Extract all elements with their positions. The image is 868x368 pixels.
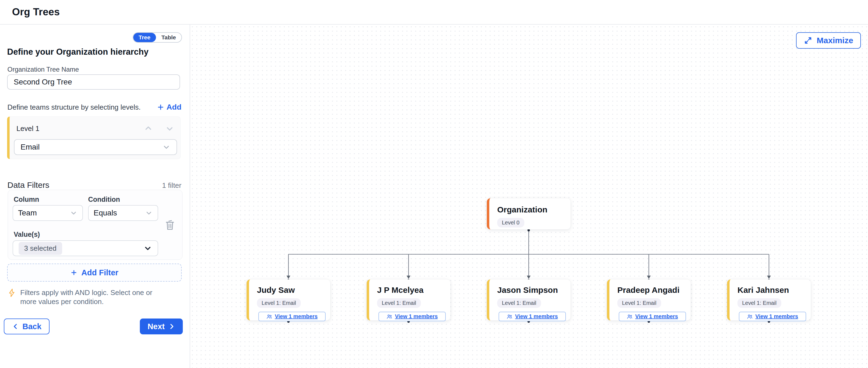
add-level-button[interactable]: Add [157,103,181,111]
tree-name-label: Organization Tree Name [7,66,79,73]
level-title: Level 1 [17,124,39,133]
view-members-label: View 1 members [755,313,798,320]
node-level-badge: Level 1: Email [617,298,661,308]
view-members-label: View 1 members [275,313,317,320]
users-icon [506,314,513,319]
next-button[interactable]: Next [140,319,183,334]
org-node-child[interactable]: Jason Simpson Level 1: Email View 1 memb… [487,279,570,321]
node-level-badge: Level 1: Email [377,298,421,308]
filter-logic-text: Filters apply with AND logic. Select one… [20,288,168,306]
page-header: Org Trees [0,0,868,25]
values-multiselect[interactable]: 3 selected [12,240,158,256]
view-members-button[interactable]: View 1 members [378,312,446,321]
back-button[interactable]: Back [4,319,50,334]
view-members-label: View 1 members [515,313,558,320]
view-members-button[interactable]: View 1 members [739,312,806,321]
add-filter-button[interactable]: Add Filter [7,264,182,281]
org-node-child[interactable]: Pradeep Angadi Level 1: Email View 1 mem… [607,279,691,321]
chevron-down-icon [162,143,170,151]
users-icon [747,314,753,319]
toggle-option-table[interactable]: Table [156,33,181,42]
next-label: Next [148,322,165,331]
back-label: Back [23,322,41,331]
tree-name-input[interactable] [7,74,180,90]
condition-value: Equals [94,209,117,218]
condition-label: Condition [88,196,120,203]
org-tree-canvas[interactable]: Maximize [190,25,868,368]
org-node-child[interactable]: Kari Jahnsen Level 1: Email View 1 membe… [727,279,811,321]
chevron-left-icon [12,323,19,330]
org-node-child[interactable]: Judy Saw Level 1: Email View 1 members [247,279,330,321]
filter-logic-note: Filters apply with AND logic. Select one… [8,288,168,306]
add-filter-label: Add Filter [81,268,118,277]
move-level-up-button[interactable] [144,124,153,133]
node-level-badge: Level 0 [497,218,524,228]
move-level-down-button[interactable] [165,124,174,133]
chevron-down-icon [70,209,78,217]
org-node-child[interactable]: J P Mcelyea Level 1: Email View 1 member… [367,279,451,321]
values-label: Value(s) [14,231,40,238]
page-title: Org Trees [12,6,60,18]
users-icon [627,314,633,319]
view-members-button[interactable]: View 1 members [258,312,326,321]
column-select[interactable]: Team [12,205,83,221]
values-selected-chip: 3 selected [19,242,62,255]
hierarchy-heading: Define your Organization hierarchy [7,47,149,57]
tree-table-toggle: Tree Table [133,32,182,43]
chevron-down-icon [145,209,153,217]
chevron-right-icon [168,323,175,330]
column-value: Team [18,209,37,218]
delete-filter-button[interactable] [164,219,176,231]
data-filters-title: Data Filters [7,180,49,190]
column-label: Column [14,196,39,203]
lightning-icon [8,288,16,306]
node-level-badge: Level 1: Email [738,298,781,308]
users-icon [266,314,272,319]
condition-select[interactable]: Equals [88,205,158,221]
chevron-down-icon [144,244,152,253]
filter-count-badge: 1 filter [162,181,181,190]
add-level-label: Add [167,103,181,111]
node-title: J P Mcelyea [377,286,451,295]
org-node-root[interactable]: Organization Level 0 [487,198,570,229]
view-members-label: View 1 members [635,313,678,320]
node-title: Pradeep Angadi [617,286,691,295]
view-members-button[interactable]: View 1 members [499,312,566,321]
plus-icon [70,269,78,276]
org-tree-config-panel: Tree Table Define your Organization hier… [0,25,190,368]
level-card: Level 1 Email [7,116,181,159]
node-title: Organization [497,205,570,214]
level-field-select[interactable]: Email [14,139,177,155]
filter-row: Column Condition Team Equals Value(s) [8,190,183,260]
view-members-button[interactable]: View 1 members [619,312,686,321]
view-members-label: View 1 members [395,313,438,320]
node-title: Jason Simpson [497,286,570,295]
node-level-badge: Level 1: Email [257,298,301,308]
node-title: Judy Saw [257,286,330,295]
level-field-value: Email [21,143,40,152]
plus-icon [157,103,164,111]
toggle-option-tree[interactable]: Tree [133,33,156,42]
users-icon [386,314,393,319]
levels-hint: Define teams structure by selecting leve… [7,103,141,111]
node-level-badge: Level 1: Email [497,298,541,308]
node-title: Kari Jahnsen [738,286,811,295]
